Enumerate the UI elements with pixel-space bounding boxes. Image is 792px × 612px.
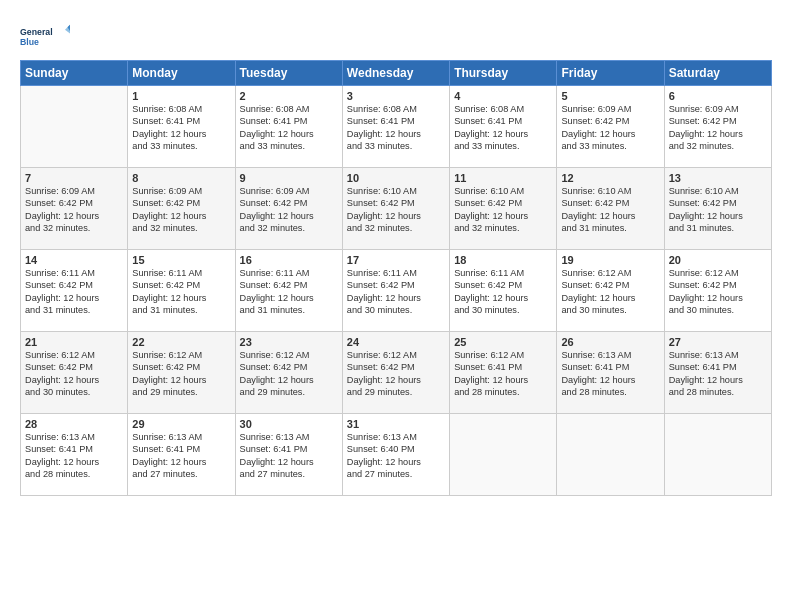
calendar-cell: 7Sunrise: 6:09 AM Sunset: 6:42 PM Daylig… xyxy=(21,168,128,250)
day-header-wednesday: Wednesday xyxy=(342,61,449,86)
day-header-thursday: Thursday xyxy=(450,61,557,86)
calendar-cell: 13Sunrise: 6:10 AM Sunset: 6:42 PM Dayli… xyxy=(664,168,771,250)
calendar-cell: 18Sunrise: 6:11 AM Sunset: 6:42 PM Dayli… xyxy=(450,250,557,332)
cell-info: Sunrise: 6:08 AM Sunset: 6:41 PM Dayligh… xyxy=(132,103,230,153)
day-number: 2 xyxy=(240,90,338,102)
day-number: 29 xyxy=(132,418,230,430)
calendar-cell: 21Sunrise: 6:12 AM Sunset: 6:42 PM Dayli… xyxy=(21,332,128,414)
cell-info: Sunrise: 6:08 AM Sunset: 6:41 PM Dayligh… xyxy=(347,103,445,153)
calendar-cell: 27Sunrise: 6:13 AM Sunset: 6:41 PM Dayli… xyxy=(664,332,771,414)
day-number: 24 xyxy=(347,336,445,348)
day-number: 6 xyxy=(669,90,767,102)
day-number: 18 xyxy=(454,254,552,266)
day-number: 27 xyxy=(669,336,767,348)
cell-info: Sunrise: 6:13 AM Sunset: 6:41 PM Dayligh… xyxy=(240,431,338,481)
calendar-cell: 15Sunrise: 6:11 AM Sunset: 6:42 PM Dayli… xyxy=(128,250,235,332)
calendar-cell: 5Sunrise: 6:09 AM Sunset: 6:42 PM Daylig… xyxy=(557,86,664,168)
cell-info: Sunrise: 6:09 AM Sunset: 6:42 PM Dayligh… xyxy=(561,103,659,153)
day-number: 9 xyxy=(240,172,338,184)
week-row-4: 21Sunrise: 6:12 AM Sunset: 6:42 PM Dayli… xyxy=(21,332,772,414)
cell-info: Sunrise: 6:12 AM Sunset: 6:42 PM Dayligh… xyxy=(240,349,338,399)
header-row: SundayMondayTuesdayWednesdayThursdayFrid… xyxy=(21,61,772,86)
svg-text:Blue: Blue xyxy=(20,37,39,47)
cell-info: Sunrise: 6:12 AM Sunset: 6:42 PM Dayligh… xyxy=(561,267,659,317)
cell-info: Sunrise: 6:13 AM Sunset: 6:41 PM Dayligh… xyxy=(132,431,230,481)
cell-info: Sunrise: 6:13 AM Sunset: 6:41 PM Dayligh… xyxy=(25,431,123,481)
day-number: 22 xyxy=(132,336,230,348)
day-number: 3 xyxy=(347,90,445,102)
day-number: 26 xyxy=(561,336,659,348)
calendar-cell: 3Sunrise: 6:08 AM Sunset: 6:41 PM Daylig… xyxy=(342,86,449,168)
calendar-table: SundayMondayTuesdayWednesdayThursdayFrid… xyxy=(20,60,772,496)
cell-info: Sunrise: 6:13 AM Sunset: 6:40 PM Dayligh… xyxy=(347,431,445,481)
day-number: 25 xyxy=(454,336,552,348)
calendar-cell xyxy=(450,414,557,496)
calendar-cell: 30Sunrise: 6:13 AM Sunset: 6:41 PM Dayli… xyxy=(235,414,342,496)
calendar-cell: 25Sunrise: 6:12 AM Sunset: 6:41 PM Dayli… xyxy=(450,332,557,414)
calendar-cell: 1Sunrise: 6:08 AM Sunset: 6:41 PM Daylig… xyxy=(128,86,235,168)
week-row-5: 28Sunrise: 6:13 AM Sunset: 6:41 PM Dayli… xyxy=(21,414,772,496)
cell-info: Sunrise: 6:13 AM Sunset: 6:41 PM Dayligh… xyxy=(669,349,767,399)
day-number: 28 xyxy=(25,418,123,430)
logo-svg: General Blue xyxy=(20,18,70,54)
week-row-3: 14Sunrise: 6:11 AM Sunset: 6:42 PM Dayli… xyxy=(21,250,772,332)
day-number: 12 xyxy=(561,172,659,184)
cell-info: Sunrise: 6:12 AM Sunset: 6:42 PM Dayligh… xyxy=(669,267,767,317)
cell-info: Sunrise: 6:10 AM Sunset: 6:42 PM Dayligh… xyxy=(561,185,659,235)
svg-text:General: General xyxy=(20,27,53,37)
day-header-friday: Friday xyxy=(557,61,664,86)
calendar-cell: 24Sunrise: 6:12 AM Sunset: 6:42 PM Dayli… xyxy=(342,332,449,414)
day-number: 17 xyxy=(347,254,445,266)
calendar-cell xyxy=(557,414,664,496)
day-number: 8 xyxy=(132,172,230,184)
header: General Blue xyxy=(20,18,772,54)
calendar-cell: 31Sunrise: 6:13 AM Sunset: 6:40 PM Dayli… xyxy=(342,414,449,496)
cell-info: Sunrise: 6:11 AM Sunset: 6:42 PM Dayligh… xyxy=(25,267,123,317)
week-row-2: 7Sunrise: 6:09 AM Sunset: 6:42 PM Daylig… xyxy=(21,168,772,250)
calendar-cell: 6Sunrise: 6:09 AM Sunset: 6:42 PM Daylig… xyxy=(664,86,771,168)
calendar-cell: 29Sunrise: 6:13 AM Sunset: 6:41 PM Dayli… xyxy=(128,414,235,496)
cell-info: Sunrise: 6:13 AM Sunset: 6:41 PM Dayligh… xyxy=(561,349,659,399)
cell-info: Sunrise: 6:12 AM Sunset: 6:42 PM Dayligh… xyxy=(132,349,230,399)
day-number: 16 xyxy=(240,254,338,266)
calendar-cell xyxy=(664,414,771,496)
calendar-cell: 14Sunrise: 6:11 AM Sunset: 6:42 PM Dayli… xyxy=(21,250,128,332)
cell-info: Sunrise: 6:11 AM Sunset: 6:42 PM Dayligh… xyxy=(454,267,552,317)
day-header-monday: Monday xyxy=(128,61,235,86)
cell-info: Sunrise: 6:09 AM Sunset: 6:42 PM Dayligh… xyxy=(240,185,338,235)
day-number: 13 xyxy=(669,172,767,184)
day-number: 14 xyxy=(25,254,123,266)
day-number: 1 xyxy=(132,90,230,102)
cell-info: Sunrise: 6:10 AM Sunset: 6:42 PM Dayligh… xyxy=(669,185,767,235)
day-number: 10 xyxy=(347,172,445,184)
calendar-cell: 10Sunrise: 6:10 AM Sunset: 6:42 PM Dayli… xyxy=(342,168,449,250)
cell-info: Sunrise: 6:11 AM Sunset: 6:42 PM Dayligh… xyxy=(347,267,445,317)
cell-info: Sunrise: 6:12 AM Sunset: 6:41 PM Dayligh… xyxy=(454,349,552,399)
cell-info: Sunrise: 6:11 AM Sunset: 6:42 PM Dayligh… xyxy=(132,267,230,317)
cell-info: Sunrise: 6:10 AM Sunset: 6:42 PM Dayligh… xyxy=(347,185,445,235)
day-number: 21 xyxy=(25,336,123,348)
cell-info: Sunrise: 6:08 AM Sunset: 6:41 PM Dayligh… xyxy=(240,103,338,153)
week-row-1: 1Sunrise: 6:08 AM Sunset: 6:41 PM Daylig… xyxy=(21,86,772,168)
day-number: 20 xyxy=(669,254,767,266)
calendar-cell: 16Sunrise: 6:11 AM Sunset: 6:42 PM Dayli… xyxy=(235,250,342,332)
day-header-tuesday: Tuesday xyxy=(235,61,342,86)
calendar-cell: 28Sunrise: 6:13 AM Sunset: 6:41 PM Dayli… xyxy=(21,414,128,496)
cell-info: Sunrise: 6:11 AM Sunset: 6:42 PM Dayligh… xyxy=(240,267,338,317)
cell-info: Sunrise: 6:09 AM Sunset: 6:42 PM Dayligh… xyxy=(132,185,230,235)
day-number: 31 xyxy=(347,418,445,430)
day-number: 19 xyxy=(561,254,659,266)
day-number: 7 xyxy=(25,172,123,184)
cell-info: Sunrise: 6:12 AM Sunset: 6:42 PM Dayligh… xyxy=(25,349,123,399)
calendar-cell: 19Sunrise: 6:12 AM Sunset: 6:42 PM Dayli… xyxy=(557,250,664,332)
day-number: 5 xyxy=(561,90,659,102)
day-header-sunday: Sunday xyxy=(21,61,128,86)
calendar-cell: 12Sunrise: 6:10 AM Sunset: 6:42 PM Dayli… xyxy=(557,168,664,250)
logo: General Blue xyxy=(20,18,70,54)
day-number: 11 xyxy=(454,172,552,184)
calendar-cell xyxy=(21,86,128,168)
calendar-cell: 20Sunrise: 6:12 AM Sunset: 6:42 PM Dayli… xyxy=(664,250,771,332)
svg-marker-3 xyxy=(65,25,70,34)
calendar-cell: 2Sunrise: 6:08 AM Sunset: 6:41 PM Daylig… xyxy=(235,86,342,168)
day-number: 23 xyxy=(240,336,338,348)
